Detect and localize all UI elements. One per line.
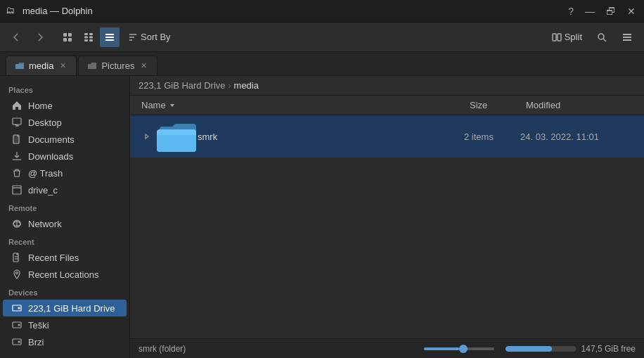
titlebar: 🗂 media — Dolphin ? — 🗗 ✕ [0,0,644,23]
svg-rect-8 [84,39,88,41]
sidebar-item-recent-files[interactable]: Recent Files [3,249,127,266]
expand-icon[interactable] [141,131,153,142]
svg-rect-0 [63,33,67,37]
view-icons-button[interactable] [58,27,77,47]
tab-pictures-close[interactable]: ✕ [139,61,148,71]
search-button[interactable] [591,29,613,46]
svg-rect-29 [13,186,21,194]
file-modified: 24. 03. 2022. 11:01 [520,132,633,142]
sidebar-section-recent: Recent [0,232,129,249]
svg-rect-9 [89,39,93,41]
content-area: 223,1 GiB Hard Drive › media Name Size M… [130,76,644,358]
split-button[interactable]: Split [546,29,588,45]
forward-button[interactable] [30,27,51,48]
table-row[interactable]: smrk 2 items 24. 03. 2022. 11:01 [130,115,644,158]
sidebar-item-home-label: Home [28,101,53,111]
free-space-fill [505,346,552,352]
brzi-icon [11,336,22,347]
breadcrumb-current: media [234,80,259,91]
sidebar-section-devices: Devices [0,283,129,300]
sidebar-item-teski[interactable]: Teški [3,317,127,333]
svg-point-38 [18,307,20,309]
column-size-header[interactable]: Size [470,100,526,110]
sidebar-section-places: Places [0,80,129,97]
back-button[interactable] [6,27,27,48]
sidebar-item-hard-drive[interactable]: 223,1 GiB Hard Drive [3,300,127,317]
view-details-button[interactable] [100,27,120,47]
svg-rect-2 [63,38,67,41]
file-size: 2 items [464,132,520,142]
sort-button[interactable]: Sort By [122,29,176,45]
free-space-label: 147,5 GiB free [581,344,636,354]
svg-point-18 [598,34,604,39]
svg-rect-4 [84,33,88,35]
titlebar-left: 🗂 media — Dolphin [6,5,93,18]
drive-c-icon [11,184,22,196]
svg-rect-1 [68,33,72,37]
sidebar-item-home[interactable]: Home [3,97,127,114]
tab-pictures-label: Pictures [101,60,134,71]
sidebar-item-recent-files-label: Recent Files [28,252,79,263]
main-area: Places Home Desktop Documents [0,76,644,358]
breadcrumb-hard-drive[interactable]: 223,1 GiB Hard Drive [139,80,226,91]
svg-rect-16 [553,34,556,41]
tab-media[interactable]: media ✕ [6,56,77,75]
toolbar: Sort By Split [0,23,644,52]
svg-rect-3 [68,38,72,41]
sidebar-item-drive-c[interactable]: drive_c [3,181,127,198]
slider-fill [424,347,459,350]
svg-rect-12 [105,39,114,41]
tabs: media ✕ Pictures ✕ [0,52,644,76]
file-list-header: Name Size Modified [130,96,644,115]
column-name-header[interactable]: Name [136,100,470,110]
sidebar-item-brzi[interactable]: Brzi [3,333,127,350]
slider-track[interactable] [424,347,494,350]
tab-pictures-icon [87,61,97,71]
zoom-slider [424,347,494,350]
svg-line-19 [603,39,606,41]
sort-indicator-icon [169,102,176,109]
sidebar-item-trash-label: @ Trash [28,168,63,179]
view-compact-button[interactable] [79,27,98,47]
svg-point-42 [18,341,20,343]
help-button[interactable]: ? [565,4,577,18]
sidebar-item-downloads[interactable]: Downloads [3,148,127,165]
sidebar-item-network[interactable]: Network [3,215,127,232]
minimize-button[interactable]: — [582,4,598,18]
sidebar-section-remote: Remote [0,198,129,215]
file-name: smrk [198,132,464,142]
slider-thumb[interactable] [459,345,468,353]
sidebar-item-brzi-label: Brzi [28,337,44,347]
tab-pictures[interactable]: Pictures ✕ [78,56,157,75]
maximize-button[interactable]: 🗗 [603,4,619,18]
sidebar: Places Home Desktop Documents [0,76,130,358]
titlebar-controls: ? — 🗗 ✕ [565,4,638,18]
downloads-icon [11,151,22,162]
sidebar-item-recent-locations[interactable]: Recent Locations [3,266,127,283]
sort-label: Sort By [141,32,171,42]
menu-button[interactable] [616,29,638,46]
close-button[interactable]: ✕ [624,4,638,18]
network-icon [11,218,22,229]
statusbar: smrk (folder) 147,5 GiB free [130,338,644,358]
hard-drive-icon [11,302,22,314]
sidebar-item-recent-locations-label: Recent Locations [28,269,98,280]
svg-rect-5 [89,33,93,35]
free-space-bar [505,346,576,352]
recent-files-icon [11,252,22,263]
sidebar-item-downloads-label: Downloads [28,151,73,162]
sidebar-item-desktop[interactable]: Desktop [3,114,127,131]
desktop-icon [11,117,22,128]
column-modified-header[interactable]: Modified [526,100,638,110]
app-icon: 🗂 [6,5,18,18]
tab-folder-icon [15,61,25,71]
trash-icon [11,167,22,179]
tab-media-close[interactable]: ✕ [58,61,67,71]
svg-rect-7 [89,36,93,38]
svg-rect-21 [623,37,631,38]
sidebar-item-trash[interactable]: @ Trash [3,165,127,181]
recent-locations-icon [11,269,22,280]
sidebar-item-documents[interactable]: Documents [3,131,127,148]
svg-rect-11 [105,37,114,38]
tab-media-label: media [29,60,53,71]
